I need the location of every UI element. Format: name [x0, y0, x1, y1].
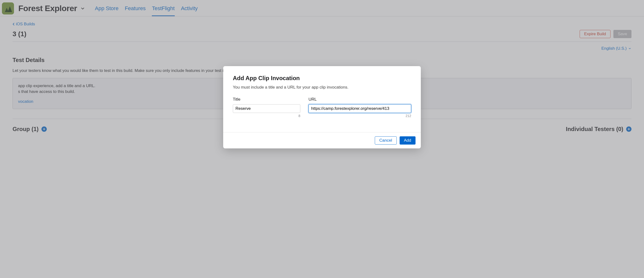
title-field-group: Title 8: [233, 97, 300, 118]
url-field-group: URL 212: [308, 97, 411, 118]
add-invocation-modal: Add App Clip Invocation You must include…: [223, 66, 421, 148]
modal-overlay[interactable]: Add App Clip Invocation You must include…: [0, 0, 644, 278]
add-button[interactable]: Add: [400, 136, 416, 145]
title-input[interactable]: [233, 104, 300, 113]
title-field-label: Title: [233, 97, 300, 102]
title-counter: 8: [233, 114, 300, 118]
modal-title: Add App Clip Invocation: [233, 75, 411, 82]
url-field-label: URL: [308, 97, 411, 102]
modal-body: Add App Clip Invocation You must include…: [223, 66, 421, 132]
modal-form: Title 8 URL 212: [233, 97, 411, 118]
modal-desc: You must include a title and a URL for y…: [233, 85, 411, 90]
cancel-button[interactable]: Cancel: [375, 136, 397, 145]
modal-footer: Cancel Add: [223, 132, 421, 148]
url-input[interactable]: [308, 104, 411, 113]
url-counter: 212: [308, 114, 411, 118]
